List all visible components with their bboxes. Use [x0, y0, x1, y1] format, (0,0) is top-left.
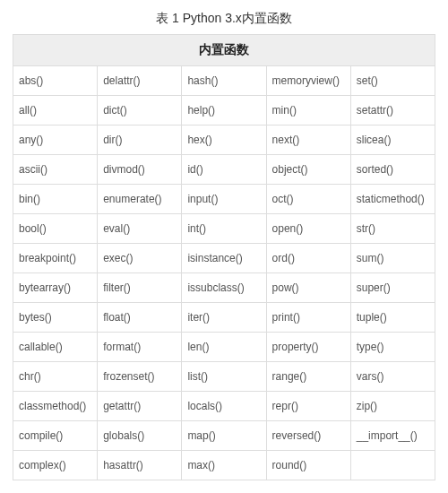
table-cell: list() — [182, 362, 266, 392]
table-cell: memoryview() — [266, 66, 350, 96]
builtin-functions-table: 内置函数 abs()delattr()hash()memoryview()set… — [13, 34, 435, 480]
table-cell: frozenset() — [98, 362, 182, 392]
table-cell: staticmethod() — [350, 185, 435, 214]
table-cell: dict() — [98, 96, 182, 125]
table-cell: compile() — [13, 421, 98, 451]
table-cell: bin() — [13, 185, 98, 214]
table-row: bytearray()filter()issubclass()pow()supe… — [13, 273, 435, 303]
table-row: breakpoint()exec()isinstance()ord()sum() — [13, 244, 435, 273]
table-cell: slicea() — [350, 125, 435, 155]
table-cell: ord() — [266, 244, 350, 273]
table-cell: max() — [182, 451, 266, 480]
table-row: callable()format()len()property()type() — [13, 333, 435, 362]
table-cell: tuple() — [350, 303, 435, 333]
table-cell: float() — [98, 303, 182, 333]
table-cell: exec() — [98, 244, 182, 273]
table-cell: sum() — [350, 244, 435, 273]
table-cell: getattr() — [98, 392, 182, 421]
table-cell: issubclass() — [182, 273, 266, 303]
table-cell: chr() — [13, 362, 98, 392]
table-row: bytes()float()iter()print()tuple() — [13, 303, 435, 333]
table-cell: min() — [266, 96, 350, 125]
table-row: chr()frozenset()list()range()vars() — [13, 362, 435, 392]
table-header: 内置函数 — [13, 35, 435, 66]
table-cell: any() — [13, 125, 98, 155]
table-row: bin()enumerate()input()oct()staticmethod… — [13, 185, 435, 214]
table-cell — [350, 451, 435, 480]
table-cell: isinstance() — [182, 244, 266, 273]
table-cell: filter() — [98, 273, 182, 303]
table-cell: reversed() — [266, 421, 350, 451]
table-row: ascii()divmod()id()object()sorted() — [13, 155, 435, 185]
table-cell: hasattr() — [98, 451, 182, 480]
table-cell: set() — [350, 66, 435, 96]
table-cell: len() — [182, 333, 266, 362]
table-cell: __import__() — [350, 421, 435, 451]
table-cell: help() — [182, 96, 266, 125]
table-cell: str() — [350, 214, 435, 244]
table-cell: next() — [266, 125, 350, 155]
table-cell: round() — [266, 451, 350, 480]
table-cell: super() — [350, 273, 435, 303]
table-cell: classmethod() — [13, 392, 98, 421]
table-caption: 表 1 Python 3.x内置函数 — [13, 11, 435, 27]
table-cell: delattr() — [98, 66, 182, 96]
table-cell: callable() — [13, 333, 98, 362]
table-cell: ascii() — [13, 155, 98, 185]
table-row: abs()delattr()hash()memoryview()set() — [13, 66, 435, 96]
table-cell: abs() — [13, 66, 98, 96]
table-cell: setattr() — [350, 96, 435, 125]
table-row: complex()hasattr()max()round() — [13, 451, 435, 480]
table-cell: breakpoint() — [13, 244, 98, 273]
table-cell: format() — [98, 333, 182, 362]
table-cell: bytes() — [13, 303, 98, 333]
table-row: classmethod()getattr()locals()repr()zip(… — [13, 392, 435, 421]
table-cell: oct() — [266, 185, 350, 214]
table-cell: map() — [182, 421, 266, 451]
table-cell: hex() — [182, 125, 266, 155]
table-cell: sorted() — [350, 155, 435, 185]
table-cell: iter() — [182, 303, 266, 333]
table-cell: dir() — [98, 125, 182, 155]
table-cell: id() — [182, 155, 266, 185]
table-cell: object() — [266, 155, 350, 185]
table-cell: locals() — [182, 392, 266, 421]
table-row: compile()globals()map()reversed()__impor… — [13, 421, 435, 451]
table-row: all()dict()help()min()setattr() — [13, 96, 435, 125]
table-cell: bool() — [13, 214, 98, 244]
table-cell: int() — [182, 214, 266, 244]
table-cell: property() — [266, 333, 350, 362]
table-cell: print() — [266, 303, 350, 333]
table-cell: enumerate() — [98, 185, 182, 214]
table-cell: hash() — [182, 66, 266, 96]
table-cell: bytearray() — [13, 273, 98, 303]
table-cell: input() — [182, 185, 266, 214]
table-cell: range() — [266, 362, 350, 392]
table-cell: vars() — [350, 362, 435, 392]
table-row: bool()eval()int()open()str() — [13, 214, 435, 244]
table-row: any()dir()hex()next()slicea() — [13, 125, 435, 155]
table-cell: zip() — [350, 392, 435, 421]
table-cell: type() — [350, 333, 435, 362]
table-cell: pow() — [266, 273, 350, 303]
table-cell: repr() — [266, 392, 350, 421]
table-cell: globals() — [98, 421, 182, 451]
table-cell: all() — [13, 96, 98, 125]
table-cell: divmod() — [98, 155, 182, 185]
table-cell: complex() — [13, 451, 98, 480]
table-cell: eval() — [98, 214, 182, 244]
table-cell: open() — [266, 214, 350, 244]
